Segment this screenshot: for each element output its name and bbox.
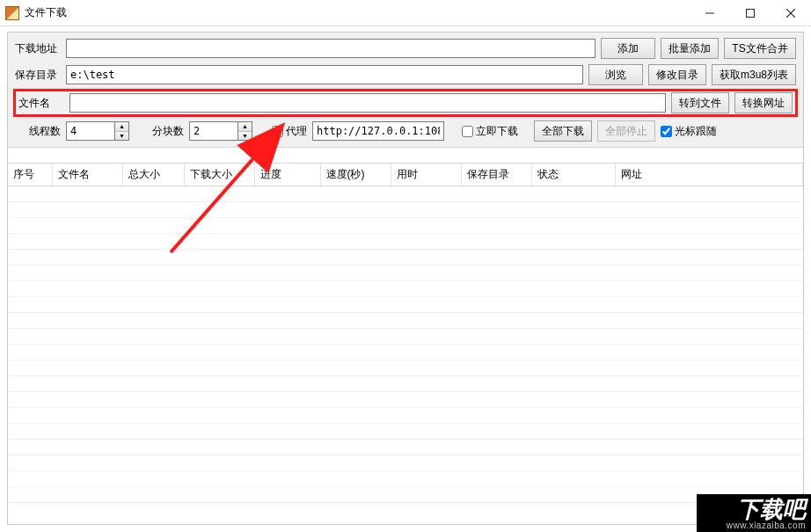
table-row[interactable] [8,202,803,218]
instant-download-checkbox-label: 立即下载 [476,124,518,139]
chunks-up-icon[interactable]: ▲ [238,122,252,131]
table-row[interactable] [8,361,803,376]
table-row[interactable] [8,471,803,487]
svg-rect-1 [747,9,755,17]
download-table: 序号 文件名 总大小 下载大小 进度 速度(秒) 用时 保存目录 状态 网址 [8,164,803,503]
table-row[interactable] [8,234,803,250]
row-save-dir: 保存目录 浏览 修改目录 获取m3u8列表 [15,64,796,85]
minimize-button[interactable] [690,0,730,26]
col-savedir[interactable]: 保存目录 [461,164,531,186]
titlebar: 文件下载 [0,0,811,26]
table-row[interactable] [8,424,803,440]
cursor-follow-checkbox[interactable]: 光标跟随 [661,124,717,139]
add-button[interactable]: 添加 [601,38,655,59]
to-file-button[interactable]: 转到文件 [671,92,729,113]
toolbar: 下载地址 添加 批量添加 TS文件合并 保存目录 浏览 修改目录 获取m3u8列… [8,33,803,148]
table-row[interactable] [8,186,803,202]
col-status[interactable]: 状态 [531,164,615,186]
download-url-input[interactable] [66,39,595,58]
browse-button[interactable]: 浏览 [588,64,643,85]
table-row[interactable] [8,313,803,329]
app-icon [5,6,19,20]
instant-download-checkbox[interactable]: 立即下载 [462,124,518,139]
chunks-input[interactable] [189,121,238,141]
threads-input[interactable] [66,121,115,141]
cursor-follow-checkbox-input[interactable] [661,126,672,137]
col-speed[interactable]: 速度(秒) [320,164,391,186]
stop-all-button[interactable]: 全部停止 [597,120,655,142]
table-row[interactable] [8,487,803,503]
table-row[interactable] [8,408,803,424]
col-total[interactable]: 总大小 [122,164,184,186]
table-row[interactable] [8,218,803,234]
maximize-button[interactable] [730,0,771,26]
convert-url-button[interactable]: 转换网址 [734,92,793,113]
label-save-dir: 保存目录 [15,68,61,83]
table-row[interactable] [8,266,803,281]
table-row[interactable] [8,392,803,408]
cursor-follow-checkbox-label: 光标跟随 [675,124,717,139]
table-row[interactable] [8,329,803,345]
threads-up-icon[interactable]: ▲ [115,122,128,131]
table-header-row: 序号 文件名 总大小 下载大小 进度 速度(秒) 用时 保存目录 状态 网址 [8,164,803,186]
label-download-url: 下载地址 [15,41,61,56]
instant-download-checkbox-input[interactable] [462,126,473,137]
chunks-stepper[interactable]: ▲ ▼ [189,121,252,141]
threads-stepper[interactable]: ▲ ▼ [66,121,129,141]
main-panel: 下载地址 添加 批量添加 TS文件合并 保存目录 浏览 修改目录 获取m3u8列… [7,32,804,525]
watermark-brand: 下载吧 [702,498,806,521]
label-chunks: 分块数 [152,124,184,139]
col-url[interactable]: 网址 [615,164,803,186]
batch-add-button[interactable]: 批量添加 [661,38,719,59]
modify-dir-button[interactable]: 修改目录 [648,64,706,85]
col-filename[interactable]: 文件名 [52,164,122,186]
proxy-checkbox-label: 代理 [286,124,307,139]
file-name-input[interactable] [69,93,666,113]
row-options: 线程数 ▲ ▼ 分块数 ▲ ▼ 代理 [15,120,796,142]
table-row[interactable] [8,345,803,361]
label-threads: 线程数 [29,124,61,139]
label-file-name: 文件名 [18,96,64,111]
watermark-url: www.xiazaiba.com [702,521,806,530]
col-time[interactable]: 用时 [391,164,461,186]
download-list[interactable]: 序号 文件名 总大小 下载大小 进度 速度(秒) 用时 保存目录 状态 网址 [8,163,803,524]
proxy-checkbox-input[interactable] [272,126,283,137]
proxy-checkbox[interactable]: 代理 [272,124,307,139]
row-file-name: 文件名 转到文件 转换网址 [15,91,796,115]
watermark: 下载吧 www.xiazaiba.com [697,494,811,532]
col-progress[interactable]: 进度 [254,164,320,186]
table-row[interactable] [8,281,803,297]
table-row[interactable] [8,250,803,266]
table-row[interactable] [8,440,803,455]
get-m3u8-button[interactable]: 获取m3u8列表 [712,64,796,85]
window-title: 文件下载 [25,5,67,20]
threads-down-icon[interactable]: ▼ [115,131,128,141]
table-row[interactable] [8,297,803,313]
proxy-input[interactable] [312,121,444,141]
save-dir-input[interactable] [66,65,583,84]
table-row[interactable] [8,376,803,392]
download-all-button[interactable]: 全部下载 [534,120,592,142]
col-index[interactable]: 序号 [8,164,52,186]
col-downsize[interactable]: 下载大小 [184,164,254,186]
close-button[interactable] [771,0,811,26]
chunks-down-icon[interactable]: ▼ [238,131,252,141]
table-row[interactable] [8,455,803,471]
ts-merge-button[interactable]: TS文件合并 [724,38,796,59]
row-download-url: 下载地址 添加 批量添加 TS文件合并 [15,38,796,59]
